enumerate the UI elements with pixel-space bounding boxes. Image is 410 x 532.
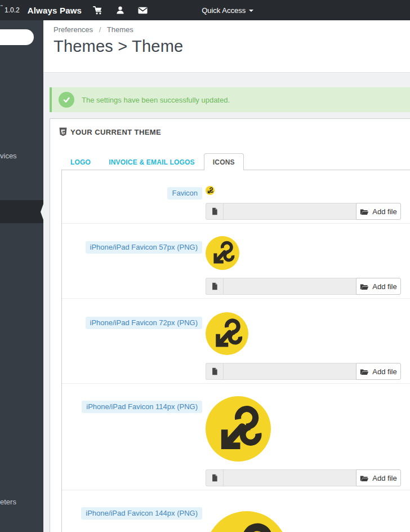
sidebar-item-active[interactable] [0, 200, 43, 223]
add-file-button[interactable]: Add file [356, 363, 401, 380]
folder-open-icon [360, 208, 369, 215]
favicon-72-label: iPhone/iPad Favicon 72px (PNG) [86, 317, 202, 329]
favicon-114-preview [206, 396, 401, 462]
separator [62, 383, 410, 384]
html5-shield-icon [59, 127, 67, 136]
icons-tab-content: Favicon [61, 170, 410, 532]
file-input-group: Add file [206, 469, 401, 486]
file-name-input[interactable] [223, 469, 356, 486]
favicon-preview [206, 186, 401, 195]
favicon-144-preview [206, 511, 401, 532]
tab-icons[interactable]: ICONS [204, 153, 244, 170]
theme-tabs: LOGO INVOICE & EMAIL LOGOS ICONS [61, 153, 410, 170]
panel-body: LOGO INVOICE & EMAIL LOGOS ICONS Favicon [50, 145, 410, 532]
alert-message: The settings have been successfully upda… [82, 96, 230, 104]
field-control: Add file [206, 186, 401, 220]
field-control: Add file [206, 236, 401, 295]
field-control: Add file [206, 312, 401, 380]
panel-title: YOUR CURRENT THEME [70, 128, 161, 136]
breadcrumb-themes[interactable]: Themes [107, 25, 133, 34]
field-label: iPhone/iPad Favicon 114px (PNG) [73, 396, 206, 486]
breadcrumb: Preferences / Themes [54, 25, 410, 34]
favicon-label: Favicon [167, 187, 202, 200]
add-file-button[interactable]: Add file [356, 469, 401, 486]
topbar: 1.0.2 Always Paws Quick Access [0, 0, 410, 20]
sidebar-item-services[interactable]: vices [0, 152, 17, 160]
favicon-57-label: iPhone/iPad Favicon 57px (PNG) [86, 241, 202, 254]
caret-down-icon [249, 10, 253, 12]
file-input-group: Add file [206, 278, 401, 295]
separator [62, 223, 410, 224]
sidebar-search-input[interactable] [0, 29, 34, 45]
cart-icon[interactable] [92, 5, 102, 15]
favicon-114-label: iPhone/iPad Favicon 114px (PNG) [82, 401, 202, 413]
page-header: Preferences / Themes Themes > Theme [43, 20, 410, 73]
mail-icon[interactable] [137, 5, 148, 15]
folder-open-icon [360, 283, 369, 290]
file-icon [206, 363, 223, 380]
current-theme-panel: YOUR CURRENT THEME LOGO INVOICE & EMAIL … [50, 118, 410, 532]
add-file-button[interactable]: Add file [356, 278, 401, 295]
file-name-input[interactable] [223, 278, 356, 295]
form-row-favicon-72: iPhone/iPad Favicon 72px (PNG) [73, 312, 409, 380]
form-row-favicon: Favicon [73, 186, 409, 220]
separator [62, 490, 410, 490]
file-input-group: Add file [206, 363, 401, 380]
form-row-favicon-114: iPhone/iPad Favicon 114px (PNG) [73, 396, 409, 486]
file-name-input[interactable] [223, 363, 356, 380]
form-row-favicon-57: iPhone/iPad Favicon 57px (PNG) [73, 236, 409, 295]
folder-open-icon [360, 475, 369, 482]
content-area: The settings have been successfully upda… [43, 73, 410, 532]
field-label: iPhone/iPad Favicon 144px (PNG) [73, 507, 206, 532]
folder-open-icon [360, 368, 369, 375]
quick-access-label: Quick Access [202, 6, 246, 15]
field-control: Add file [206, 507, 401, 532]
field-label: iPhone/iPad Favicon 72px (PNG) [73, 312, 206, 380]
form-row-favicon-144: iPhone/iPad Favicon 144px (PNG) [73, 507, 409, 532]
shop-name-link[interactable]: Always Paws [28, 6, 82, 15]
main-content: Preferences / Themes Themes > Theme The … [43, 20, 410, 532]
tab-invoice-email-logos[interactable]: INVOICE & EMAIL LOGOS [100, 153, 204, 170]
version-label: 1.0.2 [5, 6, 20, 14]
page-title: Themes > Theme [54, 37, 410, 56]
breadcrumb-separator: / [99, 25, 101, 34]
field-label: iPhone/iPad Favicon 57px (PNG) [73, 236, 206, 295]
file-input-group: Add file [206, 203, 401, 220]
add-file-button[interactable]: Add file [356, 203, 401, 220]
check-circle-icon [59, 92, 74, 108]
separator [62, 298, 410, 299]
field-control: Add file [206, 396, 401, 486]
sidebar-nav: vices eters [0, 20, 43, 532]
file-icon [206, 278, 223, 295]
user-icon[interactable] [115, 5, 125, 15]
breadcrumb-preferences[interactable]: Preferences [54, 25, 93, 34]
file-icon [206, 203, 223, 220]
field-label: Favicon [73, 186, 206, 220]
success-alert: The settings have been successfully upda… [50, 87, 410, 112]
file-icon [206, 469, 223, 486]
panel-heading: YOUR CURRENT THEME [50, 119, 410, 145]
quick-access-dropdown[interactable]: Quick Access [202, 6, 253, 15]
tab-logo[interactable]: LOGO [61, 153, 100, 170]
sidebar-item-parameters[interactable]: eters [0, 498, 16, 506]
prestashop-admin: 1.0.2 Always Paws Quick Access [0, 0, 410, 532]
favicon-144-label: iPhone/iPad Favicon 144px (PNG) [81, 507, 202, 520]
file-name-input[interactable] [223, 203, 356, 220]
favicon-72-preview [206, 312, 401, 355]
favicon-57-preview [206, 236, 401, 270]
